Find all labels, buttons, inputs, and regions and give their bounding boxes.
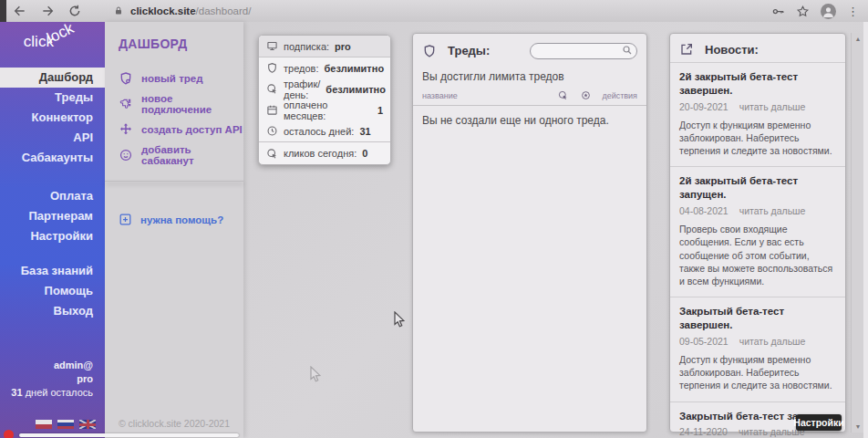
news-item-date: 09-05-2021 <box>679 336 728 347</box>
status-column-icon <box>581 90 591 100</box>
paid-months-value: 1 <box>377 105 383 116</box>
threads-panel: Треды: Вы достигли лимита тредов названи… <box>412 33 647 433</box>
add-subaccount-link[interactable]: добавить сабаканут <box>105 142 243 168</box>
new-thread-link[interactable]: новый тред <box>105 66 243 91</box>
monitor-icon <box>266 40 278 52</box>
mouse-cursor <box>394 311 406 328</box>
scroll-up-icon[interactable]: ▲ <box>852 36 864 42</box>
sidebar-item-partners[interactable]: Партнерам <box>0 206 105 226</box>
external-link-icon <box>679 42 694 57</box>
news-item-date: 04-08-2021 <box>679 205 728 216</box>
shield-plus-icon <box>119 71 133 86</box>
sidebar-item-api[interactable]: API <box>0 128 105 148</box>
dashboard-menu-panel: ДАШБОРД новый тред новое п <box>105 22 243 438</box>
days-left-value: 31 <box>359 126 370 137</box>
click-icon <box>266 148 278 160</box>
read-more-link[interactable]: читать дальше <box>739 101 806 112</box>
create-api-access-link[interactable]: создать доступ API <box>105 117 243 142</box>
news-item-date: 24-11-2020 <box>679 426 728 437</box>
paid-months-label: оплачено месяцев: <box>284 99 372 121</box>
new-connection-label: новое подключение <box>141 93 243 115</box>
read-more-link[interactable]: читать дальше <box>739 426 805 437</box>
news-title: Новости: <box>705 43 759 57</box>
clicks-today-value: 0 <box>362 148 367 159</box>
column-actions-label: действия <box>602 91 637 100</box>
news-item-body: Доступ к функциям временно заблокирован.… <box>679 119 836 158</box>
threads-empty-message: Вы не создали еще ни одного треда. <box>413 106 646 135</box>
sidebar-item-logout[interactable]: Выход <box>0 301 105 321</box>
window-edge <box>0 0 6 22</box>
settings-button[interactable]: Настройки <box>796 414 842 431</box>
help-box-icon <box>119 213 132 226</box>
scroll-down-icon[interactable]: ▼ <box>852 423 864 430</box>
account-days-text: дней осталось <box>23 387 93 398</box>
refresh-icon[interactable] <box>67 4 82 18</box>
move-arrows-icon <box>119 122 133 137</box>
profile-avatar-icon[interactable] <box>821 4 836 19</box>
news-item-body: Проверь свои входящие сообщения. Если у … <box>679 223 836 287</box>
traffic-row: трафик/день: безлимитно <box>259 78 390 99</box>
dashboard-menu-title: ДАШБОРД <box>119 36 243 51</box>
subscription-card: подписка: pro тредов: безлимитно трафик/… <box>258 35 391 165</box>
language-switcher <box>36 420 96 429</box>
flag-russia-icon[interactable] <box>57 420 74 429</box>
need-help-link[interactable]: нужна помощь? <box>119 213 243 226</box>
video-progress-bar <box>19 433 239 437</box>
shield-icon <box>422 44 437 58</box>
new-connection-link[interactable]: новое подключение <box>105 91 243 117</box>
news-item-date: 20-09-2021 <box>679 101 728 112</box>
sidebar-item-threads[interactable]: Треды <box>0 88 105 108</box>
sidebar-item-dashboard[interactable]: Дашборд <box>0 68 105 88</box>
account-days-num: 31 <box>11 387 22 398</box>
clock-icon <box>266 125 278 137</box>
click-icon <box>266 83 278 95</box>
browser-menu-icon[interactable]: ⋮ <box>847 5 859 17</box>
account-plan: pro <box>77 373 93 384</box>
logo: clicklock <box>0 33 105 60</box>
recording-indicator <box>4 430 14 438</box>
news-item: 2й закрытый бета-тест завершен. 20-09-20… <box>670 62 845 166</box>
traffic-value: безлимитно <box>326 84 386 95</box>
need-help-label: нужна помощь? <box>140 214 223 225</box>
back-icon[interactable] <box>13 4 27 18</box>
news-item: Закрытый бета-тест завершен. 09-05-2021 … <box>670 297 845 401</box>
menu-divider <box>105 181 243 182</box>
flag-uk-icon[interactable] <box>79 420 96 429</box>
days-left-row: осталось дней: 31 <box>259 120 390 141</box>
sidebar-item-knowledge-base[interactable]: База знаний <box>0 261 105 281</box>
traffic-label: трафик/день: <box>284 78 320 100</box>
news-panel: Новости: 2й закрытый бета-тест завершен.… <box>669 33 846 433</box>
read-more-link[interactable]: читать дальше <box>739 336 806 347</box>
sidebar-item-settings[interactable]: Настройки <box>0 226 105 246</box>
news-item-body: Доступ к функциям временно заблокирован.… <box>679 353 836 392</box>
news-item-title: 2й закрытый бета-тест запущен. <box>679 174 836 202</box>
sidebar-item-payment[interactable]: Оплата <box>0 186 105 206</box>
new-thread-label: новый тред <box>141 73 202 84</box>
sidebar-item-subaccounts[interactable]: Сабакаунты <box>0 148 105 168</box>
days-left-label: осталось дней: <box>284 126 354 137</box>
window-right-strip <box>863 22 868 438</box>
threads-limit-value: безлимитно <box>324 63 384 74</box>
flag-poland-icon[interactable] <box>36 420 52 429</box>
read-more-link[interactable]: читать дальше <box>739 205 806 216</box>
copyright-text: © clicklock.site 2020-2021 <box>105 418 243 429</box>
sidebar-item-help[interactable]: Помощь <box>0 281 105 301</box>
add-subaccount-label: добавить сабаканут <box>141 144 243 166</box>
address-bar[interactable]: clicklock.site/dashboard/ <box>113 5 251 16</box>
password-key-icon[interactable] <box>771 5 785 18</box>
ssl-lock-icon <box>113 5 124 16</box>
bookmark-star-icon[interactable] <box>796 5 810 18</box>
create-api-access-label: создать доступ API <box>141 124 243 135</box>
sidebar-item-connector[interactable]: Коннектор <box>0 108 105 128</box>
threads-table-header: название действия <box>413 87 646 106</box>
puzzle-icon <box>119 97 133 111</box>
shield-icon <box>266 62 278 74</box>
app-window: clicklock.site/dashboard/ ⋮ clicklock Да… <box>0 0 868 438</box>
account-info: admin@ pro 31 дней осталось <box>11 359 93 400</box>
news-item-title: Закрытый бета-тест завершен. <box>679 305 836 332</box>
clicks-today-label: кликов сегодня: <box>284 148 356 159</box>
threads-limit-label: тредов: <box>284 63 318 74</box>
forward-icon[interactable] <box>40 4 55 18</box>
paid-months-row: оплачено месяцев: 1 <box>259 99 390 120</box>
page-scrollbar[interactable]: ▲ ▼ <box>851 33 863 433</box>
